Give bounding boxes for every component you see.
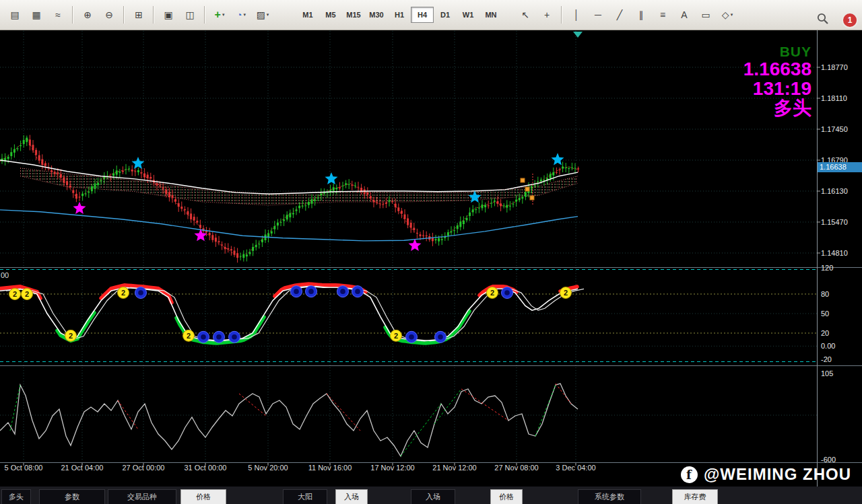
shapes-tool-icon[interactable]: ◇▾	[717, 5, 738, 24]
time-axis-label: 21 Nov 12:00	[432, 464, 476, 472]
notification-badge[interactable]: 1	[842, 12, 858, 28]
oscillator-scale-label: 50	[821, 310, 829, 318]
current-price-tag: 1.16638	[818, 162, 862, 172]
timeframe-button-mn[interactable]: MN	[479, 7, 502, 23]
template-icon[interactable]: ▨▾	[252, 5, 273, 24]
bottom-strip-cell[interactable]: 库存费	[672, 489, 718, 504]
order-marker-icon	[530, 196, 534, 200]
zoom-in-icon[interactable]: ⊕	[77, 5, 98, 24]
svg-text:2: 2	[490, 289, 494, 297]
buy-star-icon	[552, 153, 564, 165]
svg-text:2: 2	[564, 289, 568, 297]
signal-text: BUY	[743, 44, 811, 59]
time-axis-label: 31 Oct 00:00	[185, 464, 227, 472]
timeframe-group: M1M5M15M30H1H4D1W1MN	[296, 7, 502, 23]
timeframe-button-w1[interactable]: W1	[457, 7, 479, 23]
indicators-icon[interactable]: ▣	[158, 5, 179, 24]
bottom-strip-cell[interactable]: 交易品种	[108, 489, 176, 504]
bottom-strip: 多头参数交易品种价格大阳入场入场价格系统参数库存费	[0, 487, 862, 504]
toolbar-icon-group: ▤▦≈⊕⊖⊞▣◫+▾◔▾▨▾	[4, 5, 273, 24]
dropdown-arrow-icon: ▾	[243, 12, 246, 17]
bars-chart-icon[interactable]: ▤	[4, 5, 26, 24]
watermark: f @WEIMING ZHOU	[681, 465, 851, 484]
candles-chart-icon[interactable]: ▦	[26, 5, 47, 24]
momentum-scale-label: -600	[821, 456, 836, 464]
svg-text:2: 2	[394, 332, 398, 340]
cursor-tool-icon[interactable]: ↖	[515, 5, 536, 24]
indicator-window-icon[interactable]: ◫	[179, 5, 201, 24]
watermark-handle: @WEIMING ZHOU	[704, 465, 851, 484]
vertical-line-tool-icon[interactable]: │	[566, 5, 587, 24]
horizontal-line-tool-icon[interactable]: ─	[587, 5, 609, 24]
momentum-scale-label: 105	[821, 369, 833, 377]
new-order-icon[interactable]: +▾	[209, 5, 230, 24]
time-axis-label: 17 Nov 12:00	[370, 464, 414, 472]
order-marker-icon	[525, 187, 529, 191]
oscillator-scale-label: 20	[821, 329, 829, 337]
svg-text:2: 2	[25, 290, 29, 298]
toolbar-separator	[72, 6, 73, 24]
bottom-strip-cell[interactable]: 价格	[180, 489, 226, 504]
buy-star-icon	[325, 172, 338, 184]
dropdown-arrow-icon: ▾	[731, 12, 733, 17]
chart-canvas[interactable]: 22222222	[0, 0, 862, 504]
bottom-strip-cell[interactable]: 大阳	[283, 489, 327, 504]
time-axis-label: 11 Nov 16:00	[308, 464, 352, 472]
timeframe-button-m5[interactable]: M5	[319, 7, 342, 23]
toolbar-separator	[561, 6, 562, 24]
toolbar: ▤▦≈⊕⊖⊞▣◫+▾◔▾▨▾ M1M5M15M30H1H4D1W1MN ↖+│─…	[0, 0, 862, 30]
search-icon[interactable]	[816, 12, 830, 26]
dropdown-arrow-icon: ▾	[267, 12, 269, 17]
tile-windows-icon[interactable]: ⊞	[128, 5, 150, 24]
drawing-tool-group: ↖+│─╱∥≡A▭◇▾	[515, 5, 738, 24]
svg-text:2: 2	[13, 290, 17, 298]
fibonacci-tool-icon[interactable]: ≡	[652, 5, 673, 24]
timeframe-button-m30[interactable]: M30	[365, 7, 388, 23]
bottom-strip-cell[interactable]: 价格	[490, 489, 523, 504]
line-chart-icon[interactable]: ≈	[47, 5, 69, 24]
signal-direction: 多头	[743, 98, 811, 118]
price-scale-label: 1.16130	[821, 187, 848, 195]
timeframe-button-m15[interactable]: M15	[342, 7, 365, 23]
time-axis-label: 27 Oct 00:00	[123, 464, 165, 472]
svg-text:2: 2	[121, 289, 125, 297]
signal-countdown: 131:19	[743, 79, 811, 98]
bottom-strip-cell[interactable]: 入场	[335, 489, 368, 504]
toolbar-separator	[204, 6, 205, 24]
sell-star-icon	[73, 202, 86, 214]
order-marker-icon	[521, 178, 525, 182]
zoom-out-icon[interactable]: ⊖	[98, 5, 120, 24]
price-scale-label: 1.14810	[821, 249, 848, 257]
signal-price: 1.16638	[743, 59, 811, 79]
signal-overlay: BUY 1.16638 131:19 多头	[743, 44, 811, 118]
bottom-strip-cell[interactable]: 系统参数	[578, 489, 641, 504]
bottom-strip-cell[interactable]: 入场	[411, 489, 455, 504]
label-tool-icon[interactable]: ▭	[695, 5, 717, 24]
svg-text:2: 2	[187, 332, 191, 340]
text-tool-icon[interactable]: A	[673, 5, 695, 24]
time-axis-label: 5 Oct 08:00	[5, 464, 43, 472]
buy-star-icon	[132, 157, 145, 169]
timeframe-button-m1[interactable]: M1	[296, 7, 319, 23]
time-axis-label: 5 Nov 20:00	[248, 464, 288, 472]
timeframe-button-h4[interactable]: H4	[411, 7, 434, 23]
trendline-tool-icon[interactable]: ╱	[609, 5, 630, 24]
toolbar-separator	[123, 6, 125, 24]
crosshair-tool-icon[interactable]: +	[536, 5, 558, 24]
oscillator-scale-label: 80	[821, 290, 829, 298]
last-bar-marker-icon	[573, 32, 583, 38]
facebook-icon: f	[681, 466, 698, 483]
price-scale-label: 1.17450	[821, 125, 848, 133]
svg-text:2: 2	[69, 332, 73, 340]
price-scale-label: 1.18770	[821, 63, 848, 71]
timeframe-button-d1[interactable]: D1	[434, 7, 457, 23]
oscillator-scale-label: -20	[821, 355, 832, 363]
timeframe-button-h1[interactable]: H1	[388, 7, 411, 23]
bottom-strip-cell[interactable]: 多头	[1, 489, 31, 504]
channel-tool-icon[interactable]: ∥	[630, 5, 652, 24]
period-clock-icon[interactable]: ◔▾	[230, 5, 252, 24]
bottom-strip-cell[interactable]: 参数	[39, 489, 105, 504]
time-axis-label: 21 Oct 04:00	[61, 464, 104, 472]
time-axis-label: 27 Nov 08:00	[494, 464, 538, 472]
time-axis-label: 3 Dec 04:00	[556, 464, 595, 472]
